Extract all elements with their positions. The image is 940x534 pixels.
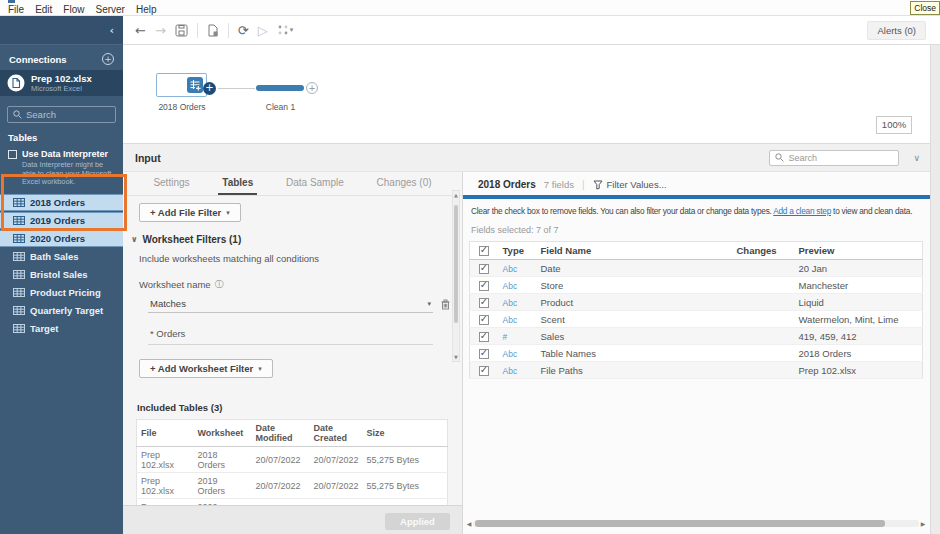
scroll-left-arrow-icon[interactable]: ◀ bbox=[465, 520, 473, 527]
table-grid-icon bbox=[13, 198, 25, 207]
data-interpreter-checkbox[interactable] bbox=[8, 150, 17, 159]
cell-date-created: 20/07/2022 bbox=[310, 473, 363, 499]
data-interpreter-description: Data Interpreter might be able to clean … bbox=[22, 161, 115, 187]
field-checkbox[interactable] bbox=[479, 298, 489, 308]
left-pane-vertical-scrollbar[interactable]: ▲ ▼ bbox=[452, 190, 460, 362]
fields-pane: 2018 Orders 7 fields | Filter Values... … bbox=[462, 172, 930, 534]
scrollbar-track[interactable] bbox=[473, 520, 919, 527]
tables-header: Tables bbox=[8, 132, 123, 143]
zoom-level-control[interactable]: 100% bbox=[876, 116, 912, 134]
sidebar-table-item[interactable]: Quarterly Target bbox=[0, 302, 123, 319]
clean-step-node[interactable] bbox=[256, 85, 304, 91]
sidebar-search[interactable] bbox=[7, 106, 116, 123]
close-button-tooltip[interactable]: Close bbox=[910, 1, 940, 15]
field-changes bbox=[732, 277, 794, 294]
sidebar-table-item[interactable]: 2020 Orders bbox=[0, 230, 123, 247]
add-file-filter-button[interactable]: + Add File Filter▾ bbox=[139, 203, 241, 222]
add-connection-icon[interactable]: + bbox=[102, 53, 114, 65]
scroll-down-arrow-icon[interactable]: ▼ bbox=[453, 354, 459, 360]
table-grid-icon bbox=[13, 216, 25, 225]
run-flow-icon[interactable]: ▷ bbox=[258, 24, 268, 37]
window-right-scrollbar-track[interactable] bbox=[930, 45, 940, 534]
table-grid-icon bbox=[13, 270, 25, 279]
field-checkbox[interactable] bbox=[479, 264, 489, 274]
fields-search[interactable] bbox=[769, 150, 899, 166]
sidebar-table-item[interactable]: 2019 Orders bbox=[0, 212, 123, 229]
add-step-icon[interactable]: + bbox=[203, 82, 216, 95]
fields-horizontal-scrollbar[interactable]: ◀ ▶ bbox=[465, 519, 927, 528]
match-type-dropdown[interactable]: Matches ▾ bbox=[148, 296, 433, 313]
sidebar-table-item[interactable]: Bristol Sales bbox=[0, 266, 123, 283]
instruction-text: Clear the check box to remove fields. Yo… bbox=[471, 206, 930, 216]
field-type-icon[interactable]: Abc bbox=[503, 349, 518, 359]
sidebar-table-item[interactable]: Target bbox=[0, 320, 123, 337]
select-all-checkbox[interactable] bbox=[479, 246, 489, 256]
scrollbar-thumb[interactable] bbox=[454, 205, 458, 323]
sidebar-table-list: 2018 Orders 2019 Orders 2020 Orders Bath… bbox=[0, 194, 123, 337]
sidebar-table-item[interactable]: Bath Sales bbox=[0, 248, 123, 265]
refresh-data-file-icon[interactable] bbox=[207, 24, 219, 37]
delete-filter-trash-icon[interactable] bbox=[441, 299, 450, 310]
field-checkbox[interactable] bbox=[479, 349, 489, 359]
worksheet-pattern-field[interactable] bbox=[148, 321, 433, 345]
alerts-button[interactable]: Alerts (0) bbox=[867, 21, 926, 40]
table-item-label: Bristol Sales bbox=[30, 269, 88, 280]
field-checkbox[interactable] bbox=[479, 366, 489, 376]
worksheet-name-label: Worksheet name bbox=[139, 279, 211, 290]
scrollbar-thumb[interactable] bbox=[475, 520, 885, 527]
scroll-up-arrow-icon[interactable]: ▲ bbox=[453, 192, 459, 198]
field-type-icon[interactable]: Abc bbox=[503, 315, 518, 325]
field-changes bbox=[732, 328, 794, 345]
menu-item[interactable]: Help bbox=[136, 4, 157, 15]
input-tab[interactable]: Data Sample bbox=[282, 172, 348, 195]
sidebar-table-item[interactable]: Product Pricing bbox=[0, 284, 123, 301]
cell-date-modified: 20/07/2022 bbox=[252, 473, 310, 499]
menu-item[interactable]: File bbox=[8, 4, 24, 15]
field-changes bbox=[732, 345, 794, 362]
field-type-icon[interactable]: # bbox=[503, 332, 508, 342]
field-name: Scent bbox=[536, 311, 732, 328]
collapse-section-chevron-icon[interactable]: ∨ bbox=[131, 235, 138, 244]
included-tables-row: Prep 102.xlsx 2019 Orders 20/07/2022 20/… bbox=[137, 473, 448, 499]
input-tab[interactable]: Changes (0) bbox=[373, 172, 436, 195]
flow-layout-icon[interactable] bbox=[277, 24, 289, 36]
caret-down-icon: ▾ bbox=[258, 365, 262, 373]
field-type-icon[interactable]: Abc bbox=[503, 281, 518, 291]
scroll-right-arrow-icon[interactable]: ▶ bbox=[919, 520, 927, 527]
field-changes bbox=[732, 260, 794, 277]
info-icon[interactable]: ⓘ bbox=[215, 278, 224, 291]
field-row: Abc Table Names 2018 Orders bbox=[470, 345, 923, 362]
input-pane-header: Input ∨ bbox=[123, 143, 930, 172]
add-worksheet-filter-button[interactable]: + Add Worksheet Filter▾ bbox=[139, 359, 273, 378]
field-checkbox[interactable] bbox=[479, 281, 489, 291]
add-step-after-clean-icon[interactable]: + bbox=[306, 82, 318, 94]
field-type-icon[interactable]: Abc bbox=[503, 264, 518, 274]
undo-back-icon[interactable]: ← bbox=[135, 24, 146, 37]
filter-values-button[interactable]: Filter Values... bbox=[593, 179, 667, 190]
sidebar-search-input[interactable] bbox=[26, 109, 106, 120]
table-item-label: Target bbox=[30, 323, 58, 334]
collapse-sidebar-icon[interactable]: ‹ bbox=[109, 24, 114, 37]
save-icon[interactable] bbox=[175, 24, 188, 37]
cell-file: Prep 102.xlsx bbox=[137, 473, 194, 499]
field-checkbox[interactable] bbox=[479, 315, 489, 325]
sidebar-table-item[interactable]: 2018 Orders bbox=[0, 194, 123, 211]
worksheet-pattern-input[interactable] bbox=[150, 328, 431, 339]
menu-item[interactable]: Flow bbox=[63, 4, 84, 15]
search-icon bbox=[13, 110, 22, 119]
field-checkbox[interactable] bbox=[479, 332, 489, 342]
refresh-flow-icon[interactable]: ⟳ bbox=[238, 24, 249, 37]
input-tab[interactable]: Tables bbox=[218, 172, 257, 195]
add-clean-step-link[interactable]: Add a clean step bbox=[773, 206, 831, 216]
menu-item[interactable]: Server bbox=[95, 4, 124, 15]
redo-forward-icon[interactable]: → bbox=[155, 24, 166, 37]
input-tab[interactable]: Settings bbox=[149, 172, 193, 195]
collapse-pane-chevron-icon[interactable]: ∨ bbox=[913, 153, 920, 163]
field-type-icon[interactable]: Abc bbox=[503, 298, 518, 308]
input-node-2018-orders[interactable] bbox=[156, 73, 207, 97]
flow-canvas[interactable]: + + 2018 Orders Clean 1 100% bbox=[123, 45, 930, 143]
menu-item[interactable]: Edit bbox=[35, 4, 52, 15]
field-type-icon[interactable]: Abc bbox=[503, 366, 518, 376]
fields-search-input[interactable] bbox=[788, 153, 888, 163]
connection-item[interactable]: Prep 102.xlsx Microsoft Excel bbox=[0, 70, 123, 96]
